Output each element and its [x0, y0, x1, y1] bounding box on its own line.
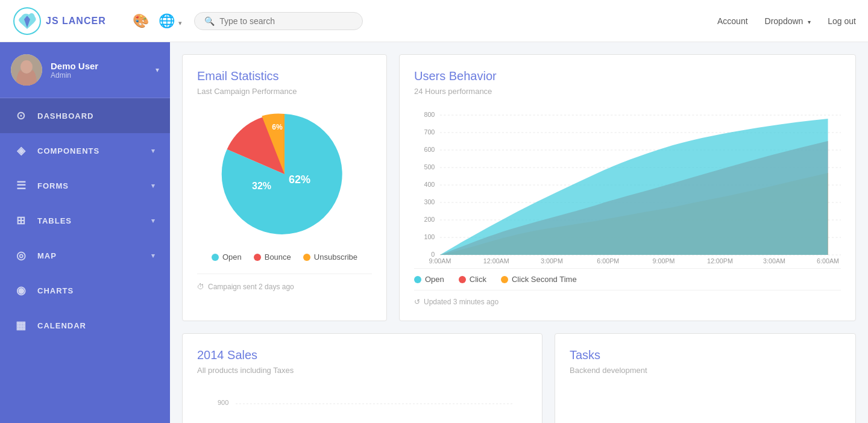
- palette-icon[interactable]: 🎨: [133, 13, 149, 29]
- svg-text:400: 400: [424, 181, 435, 188]
- svg-text:6%: 6%: [272, 123, 283, 131]
- behavior-footer: ↺ Updated 3 minutes ago: [414, 290, 841, 306]
- pie-svg: 62% 32% 6%: [218, 108, 351, 240]
- behavior-click2-label: Click Second Time: [512, 275, 577, 284]
- bounce-dot: [254, 254, 261, 261]
- search-input[interactable]: [219, 16, 352, 26]
- svg-text:9:00AM: 9:00AM: [429, 258, 451, 265]
- tables-icon: ⊞: [14, 214, 28, 227]
- svg-text:62%: 62%: [289, 174, 310, 186]
- legend-behavior-click: Click: [459, 275, 486, 284]
- sidebar-item-label: CALENDAR: [37, 321, 86, 330]
- sales-title: 2014 Sales: [197, 348, 527, 362]
- sidebar: Demo User Admin ▾ ⊙ DASHBOARD ◈ COMPONEN…: [0, 42, 170, 423]
- user-name: Demo User: [51, 61, 156, 71]
- svg-text:3:00PM: 3:00PM: [541, 258, 563, 265]
- tasks-title: Tasks: [570, 348, 841, 362]
- top-navigation: JS LANCER 🎨 🌐 ▾ 🔍 Account Dropdown ▾ Log…: [0, 0, 868, 42]
- behavior-legend: Open Click Click Second Time: [414, 268, 841, 290]
- behavior-footer-text: Updated 3 minutes ago: [424, 298, 498, 306]
- dropdown-label: Dropdown: [765, 16, 804, 26]
- svg-text:700: 700: [424, 129, 435, 136]
- sidebar-item-dashboard[interactable]: ⊙ DASHBOARD: [0, 98, 170, 133]
- svg-text:100: 100: [424, 234, 435, 240]
- open-dot: [212, 254, 219, 261]
- user-info: Demo User Admin: [51, 61, 156, 80]
- svg-text:9:00PM: 9:00PM: [653, 258, 675, 265]
- topnav-right: Account Dropdown ▾ Log out: [717, 16, 856, 26]
- svg-text:12:00PM: 12:00PM: [707, 258, 733, 265]
- svg-text:6:00PM: 6:00PM: [597, 258, 619, 265]
- tasks-subtitle: Backend development: [570, 366, 841, 375]
- sales-chart-placeholder: 900: [197, 387, 527, 423]
- svg-point-2: [20, 60, 33, 74]
- forms-icon: ☰: [14, 179, 28, 192]
- area-chart: .grid-line { stroke: #e8e8e8; stroke-wid…: [414, 108, 841, 258]
- svg-text:0: 0: [431, 251, 435, 258]
- email-footer: ⏱ Campaign sent 2 days ago: [197, 274, 372, 291]
- area-svg: .grid-line { stroke: #e8e8e8; stroke-wid…: [414, 108, 841, 265]
- avatar-image: [11, 54, 42, 86]
- behavior-click-dot: [459, 276, 466, 283]
- dashboard-icon: ⊙: [14, 109, 28, 122]
- legend-bounce: Bounce: [254, 252, 291, 262]
- sidebar-item-label: DASHBOARD: [37, 111, 94, 121]
- sidebar-item-tables[interactable]: ⊞ TABLES ▾: [0, 203, 170, 238]
- user-section[interactable]: Demo User Admin ▾: [0, 42, 170, 98]
- account-link[interactable]: Account: [717, 16, 748, 26]
- sidebar-item-label: CHARTS: [37, 286, 74, 295]
- svg-text:32%: 32%: [252, 181, 271, 191]
- sidebar-item-components[interactable]: ◈ COMPONENTS ▾: [0, 133, 170, 168]
- charts-icon: ◉: [14, 284, 28, 297]
- tasks-card: Tasks Backend development: [555, 333, 856, 423]
- svg-text:300: 300: [424, 199, 435, 205]
- svg-text:500: 500: [424, 164, 435, 171]
- user-chevron-icon: ▾: [156, 66, 159, 74]
- pie-chart: 62% 32% 6%: [197, 108, 372, 240]
- svg-text:12:00AM: 12:00AM: [483, 258, 509, 265]
- behavior-subtitle: 24 Hours performance: [414, 87, 841, 96]
- legend-behavior-open: Open: [414, 275, 444, 284]
- globe-icon[interactable]: 🌐 ▾: [159, 13, 182, 29]
- svg-text:3:00AM: 3:00AM: [763, 258, 785, 265]
- legend-open-label: Open: [222, 252, 242, 262]
- logout-link[interactable]: Log out: [828, 16, 856, 26]
- unsubscribe-dot: [303, 254, 310, 261]
- bottom-row: 2014 Sales All products including Taxes …: [182, 333, 856, 423]
- svg-text:900: 900: [218, 399, 228, 406]
- sidebar-item-map[interactable]: ◎ MAP ▾: [0, 238, 170, 273]
- top-row: Email Statistics Last Campaign Performan…: [182, 54, 856, 321]
- legend-unsubscribe-label: Unsubscribe: [314, 252, 357, 262]
- main-layout: Demo User Admin ▾ ⊙ DASHBOARD ◈ COMPONEN…: [0, 42, 868, 423]
- dropdown-arrow-icon: ▾: [808, 19, 811, 25]
- calendar-icon: ▦: [14, 319, 28, 332]
- sidebar-item-calendar[interactable]: ▦ CALENDAR: [0, 308, 170, 343]
- user-role: Admin: [51, 71, 156, 80]
- topnav-icons: 🎨 🌐 ▾: [133, 13, 182, 29]
- sidebar-item-label: TABLES: [37, 216, 72, 225]
- map-icon: ◎: [14, 249, 28, 262]
- sidebar-item-charts[interactable]: ◉ CHARTS: [0, 273, 170, 308]
- components-icon: ◈: [14, 144, 28, 157]
- avatar: [11, 54, 42, 86]
- email-stats-title: Email Statistics: [197, 69, 372, 83]
- components-arrow-icon: ▾: [151, 147, 156, 155]
- search-container: 🔍: [194, 12, 363, 30]
- search-icon: 🔍: [204, 16, 215, 26]
- email-footer-text: Campaign sent 2 days ago: [208, 283, 294, 291]
- pie-legend: Open Bounce Unsubscribe: [197, 252, 372, 262]
- refresh-icon: ↺: [414, 298, 420, 306]
- dropdown-link[interactable]: Dropdown ▾: [765, 16, 811, 26]
- svg-text:800: 800: [424, 111, 435, 118]
- legend-open: Open: [212, 252, 242, 262]
- sidebar-item-label: FORMS: [37, 181, 69, 190]
- logo-text: JS LANCER: [46, 16, 106, 27]
- svg-text:200: 200: [424, 216, 435, 223]
- clock-icon: ⏱: [197, 283, 204, 291]
- legend-behavior-click2: Click Second Time: [501, 275, 577, 284]
- sidebar-item-label: COMPONENTS: [37, 146, 99, 155]
- email-stats-subtitle: Last Campaign Performance: [197, 87, 372, 96]
- sidebar-item-forms[interactable]: ☰ FORMS ▾: [0, 168, 170, 203]
- behavior-open-dot: [414, 276, 421, 283]
- sales-subtitle: All products including Taxes: [197, 366, 527, 375]
